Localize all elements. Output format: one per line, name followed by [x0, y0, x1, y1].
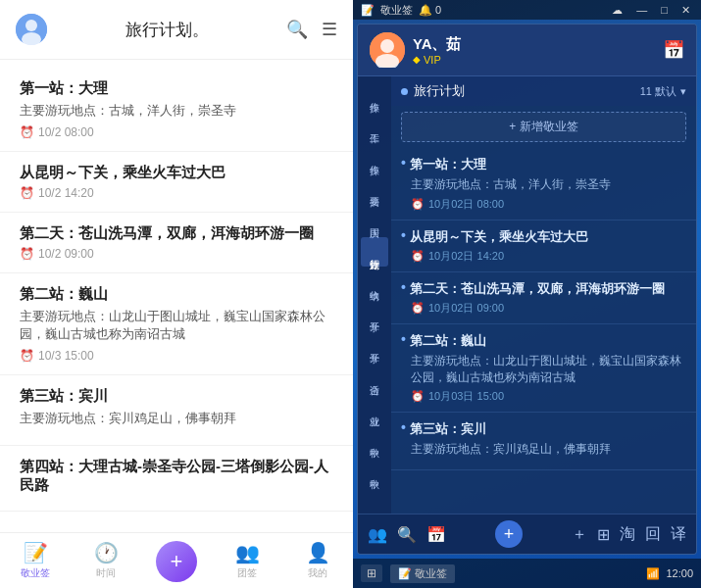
- win-taskbar: 📝 敬业签 🔔 0 ☁ — □ ✕: [353, 0, 701, 20]
- nav-item-notes[interactable]: 📝 敬业签: [0, 541, 71, 584]
- new-note-button[interactable]: + 新增敬业签: [401, 112, 686, 142]
- note-card-time: ⏰10月02日 14:20: [401, 249, 686, 264]
- clock-icon: ⏰: [411, 390, 425, 403]
- sidebar-tab[interactable]: 操作: [361, 143, 388, 172]
- clock-icon: ⏰: [20, 125, 34, 139]
- sidebar-tab[interactable]: 操作: [361, 80, 388, 110]
- profile-icon: 👤: [306, 541, 330, 564]
- nav-item-profile[interactable]: 👤 我的: [282, 541, 353, 584]
- sidebar-tab[interactable]: 开学: [361, 331, 388, 361]
- bullet-icon: •: [401, 331, 406, 347]
- main-content: 旅行计划 11 默认 ▾ + 新增敬业签 •第一站：大理 主要游玩地点：古城，洋…: [391, 76, 696, 514]
- bottom-grid-icon[interactable]: ⊞: [597, 525, 610, 544]
- note-title: 第二站：巍山: [20, 285, 333, 304]
- tray-network-icon: 📶: [646, 567, 660, 580]
- table-row[interactable]: •第二天：苍山洗马潭，双廊，洱海胡环游一圈 ⏰10月02日 09:00: [391, 272, 696, 324]
- right-notes-list: •第一站：大理 主要游玩地点：古城，洋人街，崇圣寺⏰10月02日 08:00 •…: [391, 148, 696, 514]
- list-item[interactable]: 第三站：宾川主要游玩地点：宾川鸡足山，佛事朝拜: [0, 375, 353, 446]
- nav-notes-label: 敬业签: [21, 566, 50, 580]
- sidebar-tab[interactable]: 适合: [361, 363, 388, 392]
- nav-add-button[interactable]: +: [141, 541, 212, 584]
- chevron-down-icon[interactable]: ▾: [680, 85, 686, 98]
- nav-item-time[interactable]: 🕐 时间: [71, 541, 141, 584]
- nav-time-label: 时间: [96, 566, 116, 580]
- list-item[interactable]: 第四站：大理古城-崇圣寺公园-三塔倒影公园-人民路: [0, 446, 353, 512]
- sidebar-tab[interactable]: 摘要: [361, 174, 388, 204]
- section-title-text: 旅行计划: [414, 82, 465, 100]
- add-circle[interactable]: +: [156, 541, 197, 582]
- note-title: 第三站：宾川: [20, 387, 333, 406]
- clock-icon: ⏰: [20, 349, 34, 363]
- table-row[interactable]: •第一站：大理 主要游玩地点：古城，洋人街，崇圣寺⏰10月02日 08:00: [391, 148, 696, 220]
- bottom-add-button[interactable]: +: [495, 520, 523, 548]
- sidebar-tab[interactable]: 中秋: [361, 425, 388, 455]
- win-taskbar-left: 📝 敬业签 🔔 0: [361, 3, 441, 18]
- calendar-icon[interactable]: 📅: [663, 39, 684, 61]
- note-sub: 主要游玩地点：山龙山于图山城址，巍宝山国家森林公园，巍山古城也称为南诏古城: [20, 308, 333, 343]
- sidebar-tab[interactable]: 国庆: [361, 206, 388, 235]
- list-item[interactable]: 第一站：大理主要游玩地点：古城，洋人街，崇圣寺⏰10/2 08:00: [0, 68, 353, 152]
- win-system-tray: 📶 12:00: [646, 567, 693, 580]
- sidebar-tab[interactable]: 中秋: [361, 457, 388, 486]
- table-row[interactable]: •从昆明～下关，乘坐火车过大巴 ⏰10月02日 14:20: [391, 220, 696, 272]
- list-item[interactable]: 第二站：巍山主要游玩地点：山龙山于图山城址，巍宝山国家森林公园，巍山古城也称为南…: [0, 273, 353, 375]
- note-time: ⏰10/2 09:00: [20, 247, 333, 261]
- app-body: 操作工作操作摘要国庆旅行计划收纳开学开学适合就业中秋中秋 旅行计划 11 默认 …: [358, 76, 696, 514]
- left-header: 旅行计划。 🔍 ☰: [0, 0, 353, 60]
- section-meta: 11 默认 ▾: [640, 84, 686, 99]
- clock-icon: ⏰: [411, 198, 425, 211]
- team-icon: 👥: [235, 541, 260, 564]
- list-item[interactable]: 第二天：苍山洗马潭，双廊，洱海胡环游一圈⏰10/2 09:00: [0, 213, 353, 273]
- clock-icon: ⏰: [20, 247, 34, 261]
- bottom-people-icon[interactable]: 👥: [368, 525, 387, 544]
- vip-label: VIP: [424, 54, 441, 66]
- table-row[interactable]: •第二站：巍山 主要游玩地点：山龙山于图山城址，巍宝山国家森林公园，巍山古城也称…: [391, 324, 696, 414]
- search-icon[interactable]: 🔍: [286, 19, 308, 40]
- win-taskbar-app-btn[interactable]: 📝 敬业签: [390, 564, 455, 583]
- note-card-sub: 主要游玩地点：山龙山于图山城址，巍宝山国家森林公园，巍山古城也称为南诏古城: [401, 353, 686, 386]
- nav-item-team[interactable]: 👥 团签: [212, 541, 282, 584]
- note-card-title: •从昆明～下关，乘坐火车过大巴: [401, 228, 686, 246]
- note-card-title: •第二天：苍山洗马潭，双廊，洱海胡环游一圈: [401, 280, 686, 298]
- sidebar-tab[interactable]: 收纳: [361, 269, 388, 298]
- bullet-icon: •: [401, 279, 406, 295]
- left-title: 旅行计划。: [47, 19, 286, 41]
- section-title-row: 旅行计划: [401, 82, 465, 100]
- note-card-sub: 主要游玩地点：宾川鸡足山，佛事朝拜: [401, 441, 686, 458]
- app-user-info: YA、茹 ◆ VIP: [413, 35, 461, 66]
- bottom-calendar-icon[interactable]: 📅: [426, 525, 446, 544]
- left-avatar: [16, 14, 47, 45]
- sidebar-tab[interactable]: 旅行计划: [361, 237, 388, 267]
- win-cloud-icon[interactable]: ☁: [609, 4, 626, 17]
- win-app-icon: 📝: [361, 4, 375, 17]
- section-count: 11 默认: [640, 84, 676, 99]
- bottom-back-icon[interactable]: 回: [645, 524, 661, 545]
- win-start-button[interactable]: ⊞: [361, 564, 382, 582]
- diamond-icon: ◆: [413, 54, 421, 65]
- sidebar-tab[interactable]: 工作: [361, 112, 388, 141]
- bottom-translate-icon[interactable]: 译: [671, 524, 686, 545]
- list-item[interactable]: 从昆明～下关，乘坐火车过大巴⏰10/2 14:20: [0, 152, 353, 213]
- note-card-title: •第三站：宾川: [401, 420, 686, 438]
- notes-icon: 📝: [24, 541, 48, 564]
- bottom-plus-icon[interactable]: ＋: [572, 524, 587, 545]
- menu-icon[interactable]: ☰: [322, 19, 337, 40]
- bottom-left-icons: 👥 🔍 📅: [368, 525, 446, 544]
- win-maximize-btn[interactable]: □: [658, 4, 671, 16]
- app-bottom: 👥 🔍 📅 + ＋ ⊞ 淘 回 译: [358, 514, 696, 554]
- app-avatar: [370, 32, 405, 68]
- win-taskbar-right: ☁ — □ ✕: [609, 4, 693, 17]
- note-time: ⏰10/2 14:20: [20, 186, 333, 200]
- bottom-search-icon[interactable]: 🔍: [397, 525, 417, 544]
- sidebar-tab[interactable]: 就业: [361, 394, 388, 423]
- win-close-btn[interactable]: ✕: [678, 4, 693, 17]
- bullet-icon: •: [401, 227, 406, 243]
- table-row[interactable]: •第三站：宾川 主要游玩地点：宾川鸡足山，佛事朝拜: [391, 413, 696, 470]
- sidebar-tab[interactable]: 开学: [361, 300, 388, 329]
- left-bottom-nav: 📝 敬业签 🕐 时间 + 👥 团签 👤 我的: [0, 532, 353, 588]
- app-header: YA、茹 ◆ VIP 📅: [358, 24, 696, 76]
- bottom-shop-icon[interactable]: 淘: [620, 524, 635, 545]
- win-minimize-btn[interactable]: —: [633, 4, 650, 16]
- tray-time: 12:00: [666, 567, 693, 580]
- note-time: ⏰10/3 15:00: [20, 349, 333, 363]
